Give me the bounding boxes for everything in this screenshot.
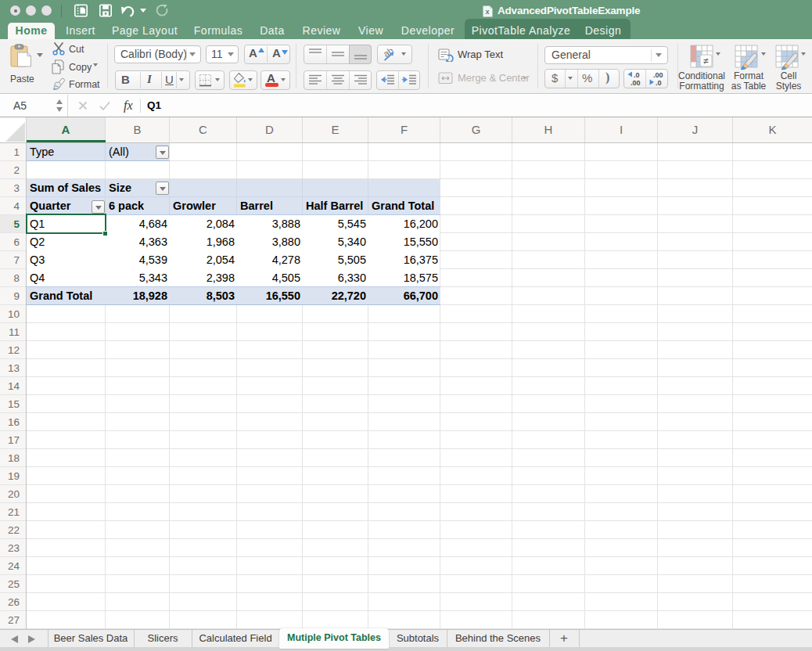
svg-text:≠: ≠ bbox=[703, 56, 709, 67]
svg-text:x: x bbox=[485, 8, 489, 16]
svg-text:.0: .0 bbox=[656, 79, 662, 87]
svg-text:.0: .0 bbox=[634, 71, 640, 79]
svg-text:.00: .00 bbox=[631, 79, 641, 87]
svg-text:.00: .00 bbox=[653, 71, 663, 79]
